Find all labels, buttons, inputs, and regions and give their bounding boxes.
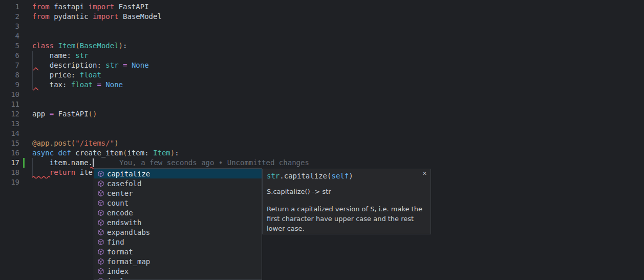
line-number: 4 xyxy=(0,31,19,41)
line-number: 12 xyxy=(0,109,19,119)
code-line: description: str = None xyxy=(32,61,179,70)
code-token: FastAPI xyxy=(54,110,88,118)
error-squiggle xyxy=(33,67,39,71)
code-token: float xyxy=(80,71,101,79)
code-line: from fastapi import FastAPI xyxy=(32,2,179,12)
code-token: Item xyxy=(58,42,76,50)
close-icon[interactable]: ✕ xyxy=(422,170,427,177)
code-token: create_item xyxy=(71,149,123,157)
doc-signature: str.capitalize(self) xyxy=(267,172,418,181)
code-token: FastAPI xyxy=(114,3,148,11)
suggestion-label: center xyxy=(107,189,133,197)
suggestion-item[interactable]: endswith xyxy=(94,217,262,227)
code-line: class Item(BaseModel): xyxy=(32,41,179,51)
code-line xyxy=(32,129,179,138)
method-cube-icon xyxy=(97,219,104,226)
code-token: class xyxy=(32,42,54,50)
suggestion-item[interactable]: capitalize xyxy=(94,169,262,178)
method-cube-icon xyxy=(97,190,104,197)
code-token: = xyxy=(50,110,54,118)
code-token: async xyxy=(32,149,54,157)
suggestion-label: endswith xyxy=(107,218,141,227)
code-line xyxy=(32,119,179,129)
suggestion-label: count xyxy=(107,199,128,207)
method-cube-icon xyxy=(97,180,104,187)
line-number: 7 xyxy=(0,61,19,70)
code-token: ) xyxy=(114,139,118,147)
error-squiggle xyxy=(32,175,51,178)
code-line: async def create_item(item: Item): xyxy=(32,148,179,158)
line-number: 2 xyxy=(0,12,19,22)
suggest-docs-panel: str.capitalize(self) ✕ S.capitalize() ->… xyxy=(262,169,431,234)
line-number: 14 xyxy=(0,129,19,138)
code-token: def xyxy=(58,149,71,157)
line-number: 19 xyxy=(0,177,19,187)
line-number: 13 xyxy=(0,119,19,129)
code-token: () xyxy=(89,110,97,118)
method-cube-icon xyxy=(97,248,104,255)
code-token: pydantic xyxy=(50,12,93,21)
code-token xyxy=(54,42,58,50)
code-token: @app.post xyxy=(32,139,71,147)
code-line xyxy=(32,31,179,41)
suggestion-item[interactable]: find xyxy=(94,237,262,247)
code-token: ) xyxy=(119,42,123,50)
code-token: ( xyxy=(75,42,79,50)
code-token: name: xyxy=(32,51,75,59)
code-token: from xyxy=(32,3,50,11)
method-cube-icon xyxy=(97,238,104,246)
suggestion-item[interactable]: count xyxy=(94,198,262,208)
suggestion-item[interactable]: format_map xyxy=(94,256,262,266)
code-line: tax: float = None xyxy=(32,80,179,90)
suggestion-item[interactable]: format xyxy=(94,247,262,256)
code-line: from pydantic import BaseModel xyxy=(32,12,179,22)
code-token: fastapi xyxy=(50,3,89,11)
code-token: None xyxy=(132,61,149,69)
line-number: 3 xyxy=(0,22,19,31)
suggestion-item[interactable]: encode xyxy=(94,208,262,217)
code-token: ) xyxy=(170,149,175,157)
suggestion-item[interactable]: isalnum xyxy=(94,276,262,280)
suggest-list: capitalizecasefoldcentercountencodeendsw… xyxy=(94,169,262,280)
code-token: Item xyxy=(153,149,170,157)
code-token: : xyxy=(175,149,179,157)
code-token xyxy=(119,61,123,69)
method-cube-icon xyxy=(97,199,104,207)
code-token xyxy=(54,149,58,157)
code-token: description: xyxy=(32,61,105,69)
code-token: float xyxy=(71,81,93,89)
suggestion-item[interactable]: index xyxy=(94,266,262,276)
line-number: 9 xyxy=(0,80,19,90)
code-line: app = FastAPI() xyxy=(32,109,179,119)
method-cube-icon xyxy=(97,277,104,280)
method-cube-icon xyxy=(97,209,104,216)
suggestion-item[interactable]: center xyxy=(94,188,262,198)
suggestion-item[interactable]: casefold xyxy=(94,178,262,188)
code-token: item.name. xyxy=(32,158,93,167)
code-token: str xyxy=(267,172,280,180)
line-number: 5 xyxy=(0,41,19,51)
line-number: 6 xyxy=(0,51,19,61)
code-token xyxy=(127,61,131,69)
line-number: 10 xyxy=(0,90,19,99)
suggestion-label: format_map xyxy=(107,257,150,266)
code-line xyxy=(32,99,179,109)
line-number: 18 xyxy=(0,168,19,177)
suggestion-label: capitalize xyxy=(107,170,150,178)
method-cube-icon xyxy=(97,229,104,236)
code-line: name: str xyxy=(32,51,179,61)
method-cube-icon xyxy=(97,170,104,177)
doc-summary: S.capitalize() -> str xyxy=(267,188,428,195)
line-number: 1 xyxy=(0,2,19,12)
code-token: import xyxy=(89,3,115,11)
suggestion-item[interactable]: expandtabs xyxy=(94,227,262,237)
indent-guide xyxy=(32,158,33,177)
line-number: 17 xyxy=(0,158,19,168)
suggest-widget: capitalizecasefoldcentercountencodeendsw… xyxy=(94,168,262,280)
gutter: 12345678910111213141516171819 xyxy=(0,2,19,187)
code-token: str xyxy=(105,61,118,69)
line-number: 8 xyxy=(0,70,19,80)
code-token: BaseModel xyxy=(119,12,162,21)
method-cube-icon xyxy=(97,258,104,265)
code-token: ) xyxy=(349,172,353,180)
